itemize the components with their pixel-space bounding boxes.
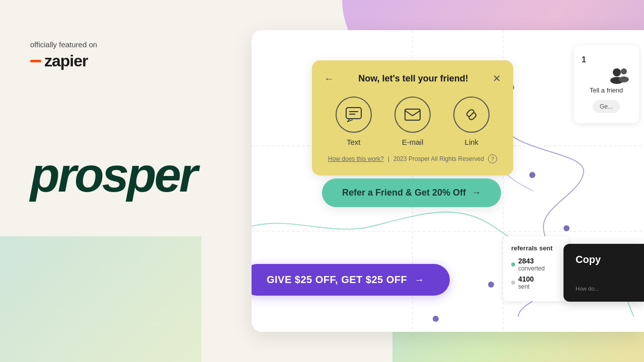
link-icon: [462, 106, 480, 124]
svg-point-4: [613, 68, 621, 76]
share-link-icon-circle[interactable]: [453, 97, 490, 133]
refer-button-arrow: →: [472, 188, 481, 198]
dialog-title: Now, let's tell your friend!: [334, 73, 493, 84]
dialog-close-button[interactable]: ✕: [493, 72, 501, 84]
dialog-copyright: 2023 Prosper All Rights Reserved: [393, 155, 484, 162]
stats-converted-label: converted: [518, 265, 545, 272]
share-text-label: Text: [347, 138, 361, 146]
tell-button[interactable]: Ge...: [593, 100, 620, 113]
dialog-help-icon[interactable]: ?: [488, 154, 497, 163]
stats-sent-row: 4100 sent: [511, 275, 560, 290]
svg-rect-11: [405, 109, 420, 120]
dialog-how-link[interactable]: How does this work?: [328, 155, 384, 162]
node-dot-3: [488, 282, 494, 288]
zapier-section: officially featured on zapier: [30, 40, 231, 70]
stats-converted-row: 2843 converted: [511, 257, 560, 272]
canvas-area: 1 Tell a friend Ge... ← Now, let's tell …: [252, 30, 644, 332]
svg-rect-8: [346, 108, 361, 119]
node-dot-2: [564, 225, 570, 231]
dialog-header: ← Now, let's tell your friend! ✕: [324, 72, 501, 84]
share-email-icon-circle[interactable]: [394, 97, 431, 133]
copy-card-footer: How do...: [576, 286, 632, 292]
tell-friend-card: 1 Tell a friend Ge...: [574, 45, 639, 123]
right-panel: 1 Tell a friend Ge... ← Now, let's tell …: [211, 0, 644, 362]
share-option-email[interactable]: E-mail: [394, 97, 431, 146]
users-icon: [609, 66, 631, 84]
share-option-text[interactable]: Text: [336, 97, 372, 146]
zapier-logo: zapier: [30, 52, 231, 70]
share-link-label: Link: [465, 138, 479, 146]
node-dot-4: [433, 316, 439, 322]
prosper-logo: prosper: [30, 151, 231, 199]
share-option-link[interactable]: Link: [453, 97, 490, 146]
node-dot-6: [529, 172, 535, 178]
tell-label: Tell a friend: [582, 86, 631, 94]
refer-button[interactable]: Refer a Friend & Get 20% Off →: [322, 178, 501, 207]
zapier-logo-text: zapier: [44, 52, 88, 70]
copy-card-title: Copy: [576, 254, 632, 265]
stats-dot-sent: [511, 281, 515, 285]
dialog-share-options: Text E-mail: [324, 97, 501, 146]
stats-dot-converted: [511, 262, 515, 266]
dialog-card: ← Now, let's tell your friend! ✕ T: [312, 60, 513, 175]
svg-point-7: [619, 76, 629, 82]
email-icon: [404, 106, 422, 124]
copy-card[interactable]: Copy How do...: [564, 244, 644, 302]
stats-sent-number: 4100: [518, 275, 534, 283]
left-panel: officially featured on zapier prosper: [0, 0, 262, 362]
stats-converted-number: 2843: [518, 257, 534, 265]
give-button[interactable]: GIVE $25 OFF, GET $25 OFF →: [252, 264, 450, 296]
give-button-arrow: →: [414, 274, 425, 286]
share-email-label: E-mail: [402, 138, 424, 146]
give-button-label: GIVE $25 OFF, GET $25 OFF: [267, 274, 407, 286]
stats-title: referrals sent: [511, 244, 560, 252]
share-text-icon-circle[interactable]: [336, 97, 372, 133]
stats-card: referrals sent 2843 converted 4100 sent: [503, 236, 569, 301]
dialog-footer: How does this work? | 2023 Prosper All R…: [324, 154, 501, 163]
message-icon: [345, 106, 363, 124]
refer-button-label: Refer a Friend & Get 20% Off: [342, 188, 466, 198]
svg-point-5: [621, 68, 627, 74]
tell-number: 1: [582, 55, 631, 64]
zapier-dash-icon: [30, 60, 41, 62]
dialog-back-button[interactable]: ←: [324, 73, 334, 84]
stats-sent-label: sent: [518, 283, 530, 290]
dialog-footer-sep: |: [388, 155, 389, 162]
svg-line-12: [469, 113, 473, 117]
officially-featured-text: officially featured on: [30, 40, 231, 49]
